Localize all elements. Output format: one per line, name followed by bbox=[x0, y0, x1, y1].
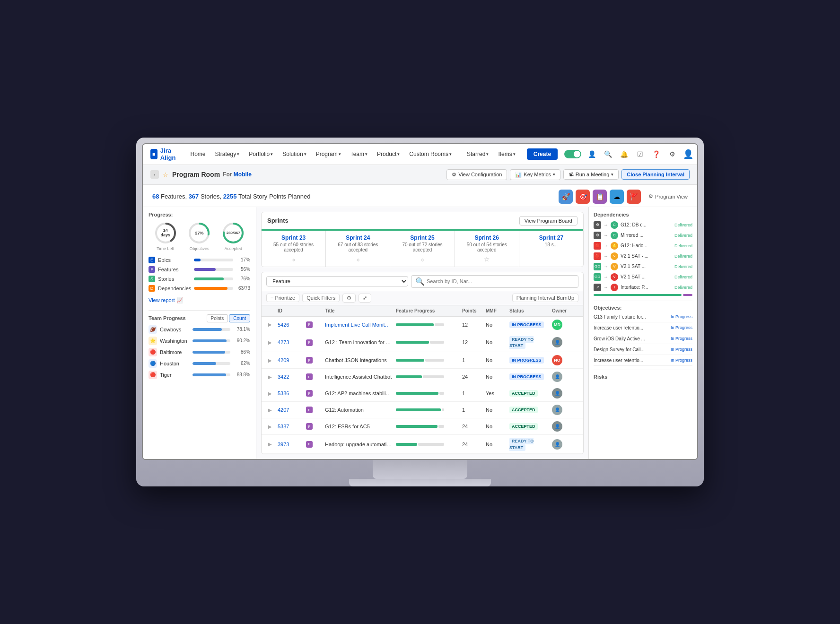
nav-solution[interactable]: Solution ▾ bbox=[279, 149, 310, 159]
sprint-27-name[interactable]: Sprint 27 bbox=[523, 234, 579, 241]
row-title-5426[interactable]: Implement Live Call Monitoring bbox=[323, 321, 394, 329]
row-expand-5387[interactable]: ▶ bbox=[266, 423, 276, 430]
tab-count[interactable]: Count bbox=[229, 314, 250, 322]
nav-team[interactable]: Team ▾ bbox=[347, 149, 371, 159]
quick-filters-button[interactable]: Quick Filters bbox=[302, 294, 340, 302]
feature-type-icon: F bbox=[306, 390, 313, 397]
dep-item-4: GD → V V2.1 SAT ... Delivered bbox=[594, 263, 692, 270]
close-interval-button[interactable]: Close Planning Interval bbox=[621, 169, 690, 180]
col-status[interactable]: Status bbox=[508, 307, 550, 314]
sprint-25-name[interactable]: Sprint 25 bbox=[394, 234, 450, 241]
sprint-24-name[interactable]: Sprint 24 bbox=[330, 234, 386, 241]
row-expand-3973[interactable]: ▶ bbox=[266, 441, 276, 448]
view-config-button[interactable]: ⚙ View Configuration bbox=[446, 169, 507, 180]
row-mmf-5386: Yes bbox=[484, 390, 508, 397]
row-expand-5386[interactable]: ▶ bbox=[266, 390, 276, 397]
run-meeting-button[interactable]: 📽 Run a Meeting ▾ bbox=[563, 169, 619, 180]
settings-filter-button[interactable]: ⚙ bbox=[342, 294, 356, 303]
expand-button[interactable]: ⤢ bbox=[359, 294, 371, 303]
tasks-icon[interactable]: ☑ bbox=[634, 148, 646, 160]
nav-program[interactable]: Program ▾ bbox=[312, 149, 345, 159]
sprint-23: Sprint 23 55 out of 60 stories accepted … bbox=[262, 231, 326, 267]
nav-strategy[interactable]: Strategy ▾ bbox=[211, 149, 244, 159]
bell-icon[interactable]: 🔔 bbox=[618, 148, 630, 160]
nav-portfolio[interactable]: Portfolio ▾ bbox=[245, 149, 277, 159]
row-title-5386[interactable]: G12: AP2 machines stabilization bbox=[323, 390, 394, 397]
row-title-3422[interactable]: Intelligence Assisted Chatbot bbox=[323, 373, 394, 381]
feature-type-icon: F bbox=[306, 407, 313, 413]
target-icon-btn[interactable]: 🎯 bbox=[576, 190, 590, 204]
sprint-23-name[interactable]: Sprint 23 bbox=[265, 234, 322, 241]
sprints-grid: Sprint 23 55 out of 60 stories accepted … bbox=[262, 229, 583, 267]
rocket-icon-btn[interactable]: 🚀 bbox=[559, 190, 573, 204]
row-id-4209[interactable]: 4209 bbox=[276, 356, 304, 364]
row-title-4209[interactable]: Chatbot JSON integrations bbox=[323, 356, 394, 364]
row-points-3973: 24 bbox=[460, 441, 484, 448]
search-icon[interactable]: 🔍 bbox=[602, 148, 613, 160]
sprint-26-name[interactable]: Sprint 26 bbox=[459, 234, 515, 241]
view-board-button[interactable]: View Program Board bbox=[519, 216, 578, 225]
row-id-4273[interactable]: 4273 bbox=[276, 338, 304, 346]
table-row: ▶ 5386 F G12: AP2 machines stabilization bbox=[262, 385, 583, 402]
user-icon[interactable]: 👤 bbox=[586, 148, 597, 160]
row-id-5426[interactable]: 5426 bbox=[276, 321, 304, 329]
meeting-icon: 📽 bbox=[569, 172, 574, 177]
feature-filter[interactable]: Feature bbox=[266, 276, 408, 286]
collapse-button[interactable]: ‹ bbox=[150, 170, 159, 179]
prioritize-button[interactable]: ≡ Prioritize bbox=[266, 294, 299, 302]
cloud-icon-btn[interactable]: ☁ bbox=[610, 190, 624, 204]
program-view-button[interactable]: ⚙ Program View bbox=[648, 193, 688, 199]
row-expand-4207[interactable]: ▶ bbox=[266, 407, 276, 414]
row-id-5387[interactable]: 5387 bbox=[276, 423, 304, 430]
nav-starred[interactable]: Starred ▾ bbox=[463, 149, 492, 159]
row-title-4273[interactable]: G12 : Team innovation for AC5 bbox=[323, 338, 394, 346]
table-row: ▶ 5426 F Implement Live Call Monitoring bbox=[262, 317, 583, 333]
col-id[interactable]: ID bbox=[276, 307, 304, 314]
help-icon[interactable]: ❓ bbox=[650, 148, 662, 160]
row-status-5387: ACCEPTED bbox=[508, 422, 550, 431]
col-mmf[interactable]: MMF bbox=[484, 307, 508, 314]
toggle-switch[interactable] bbox=[564, 150, 581, 158]
logo[interactable]: ■ Jira Align bbox=[150, 147, 179, 161]
row-owner-3973: 👤 bbox=[550, 438, 578, 451]
row-id-3422[interactable]: 3422 bbox=[276, 373, 304, 381]
board-icon-btn[interactable]: 📋 bbox=[593, 190, 607, 204]
avatar-icon[interactable]: 👤 bbox=[682, 148, 694, 160]
col-progress[interactable]: Feature Progress bbox=[394, 307, 460, 314]
progress-fill bbox=[396, 323, 434, 326]
row-id-3973[interactable]: 3973 bbox=[276, 441, 304, 448]
col-points[interactable]: Points bbox=[460, 307, 484, 314]
nav-home[interactable]: Home bbox=[187, 149, 210, 159]
col-title[interactable]: Title bbox=[323, 307, 394, 314]
row-title-3973[interactable]: Hadoop: upgrade automation in AC5 bbox=[323, 441, 394, 448]
row-points-5426: 12 bbox=[460, 321, 484, 329]
row-title-4207[interactable]: G12: Automation bbox=[323, 406, 394, 414]
row-expand-4273[interactable]: ▶ bbox=[266, 339, 276, 346]
search-input[interactable] bbox=[427, 278, 574, 284]
col-owner[interactable]: Owner bbox=[550, 307, 578, 314]
search-icon: 🔍 bbox=[415, 277, 425, 286]
key-metrics-button[interactable]: 📊 Key Metrics ▾ bbox=[510, 169, 560, 180]
houston-fill bbox=[192, 362, 216, 365]
burnup-button[interactable]: Planning Interval BurnUp bbox=[512, 294, 578, 302]
time-left-circle: 14 days Time Left bbox=[154, 221, 177, 251]
row-title-5387[interactable]: G12: ESRs for AC5 bbox=[323, 423, 394, 430]
row-id-5386[interactable]: 5386 bbox=[276, 390, 304, 397]
tab-points[interactable]: Points bbox=[207, 314, 228, 322]
nav-custom-rooms[interactable]: Custom Rooms ▾ bbox=[405, 149, 455, 159]
nav-product[interactable]: Product ▾ bbox=[373, 149, 403, 159]
row-expand-5426[interactable]: ▶ bbox=[266, 321, 276, 328]
flag-icon-btn[interactable]: 🚩 bbox=[627, 190, 641, 204]
row-owner-4273: 👤 bbox=[550, 336, 578, 348]
row-expand-4209[interactable]: ▶ bbox=[266, 357, 276, 364]
create-button[interactable]: Create bbox=[527, 148, 558, 160]
epics-progress: E Epics 17% bbox=[149, 257, 250, 263]
row-id-4207[interactable]: 4207 bbox=[276, 406, 304, 414]
team-houston: 🔵 Houston 62% bbox=[149, 359, 250, 368]
dep-from-0: ⚙ bbox=[594, 221, 601, 229]
row-expand-3422[interactable]: ▶ bbox=[266, 373, 276, 381]
star-icon[interactable]: ☆ bbox=[163, 171, 168, 178]
settings-icon[interactable]: ⚙ bbox=[666, 148, 678, 160]
view-report-link[interactable]: View report 📈 bbox=[149, 297, 250, 303]
nav-items[interactable]: Items ▾ bbox=[494, 149, 519, 159]
